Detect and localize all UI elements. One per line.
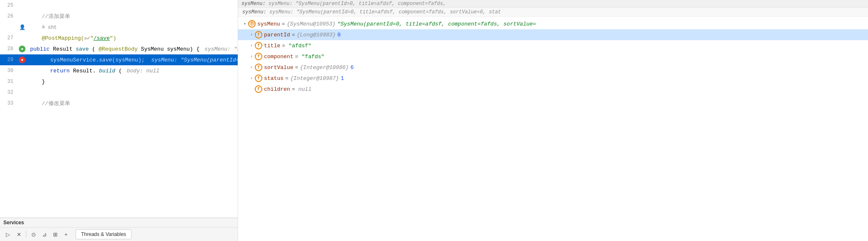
- code-line-31: 31 }: [0, 76, 238, 87]
- code-line-33: 33 //修改菜单: [0, 98, 238, 109]
- toggle-icon-parentId: ›: [248, 33, 255, 37]
- var-row-parentId[interactable]: › f parentId = {Long@10983} 0: [238, 29, 868, 40]
- layout-button[interactable]: ⊞: [51, 230, 60, 239]
- code-line-26: 26 //添加菜单: [0, 11, 238, 22]
- var-type-icon-status: f: [255, 74, 262, 82]
- hint-value-2: sysMenu: "SysMenu(parentId=0, title=afds…: [269, 9, 501, 15]
- code-area: 25 26 //添加菜单 👤 ≗ sht 27: [0, 0, 238, 218]
- hint-method-name: sysMenu:: [241, 1, 269, 7]
- resume-button[interactable]: ▷: [3, 230, 13, 239]
- var-row-status[interactable]: › f status = {Integer@10987} 1: [238, 73, 868, 84]
- var-row-sortValue[interactable]: › f sortValue = {Integer@10986} 6: [238, 62, 868, 73]
- hint-method-name-2: sysMenu:: [242, 9, 269, 15]
- var-type-icon-sysmenu: ⓟ: [248, 20, 256, 28]
- var-row-sysmenu[interactable]: ▾ ⓟ sysMenu = {SysMenu@10953} "SysMenu(p…: [238, 18, 868, 29]
- debug-panel: sysMenu: sysMenu: "SysMenu(parentId=0, t…: [238, 0, 868, 241]
- services-toolbar: ▷ ✕ ⊙ ⊿ ⊞ + Threads & Variables: [0, 228, 238, 241]
- services-panel: Services ▷ ✕ ⊙ ⊿ ⊞ + Threads & Variables: [0, 218, 238, 241]
- code-line-29: 29 ● sysMenuService.save(sysMenu); sysMe…: [0, 54, 238, 65]
- toggle-icon-component: ›: [248, 54, 255, 59]
- var-row-children[interactable]: f children = null: [238, 84, 868, 95]
- services-title: Services: [0, 218, 238, 228]
- var-type-icon-children: f: [255, 85, 262, 93]
- var-row-component[interactable]: › f component = "fafds": [238, 51, 868, 62]
- var-type-icon-parentId: f: [255, 31, 262, 38]
- code-line-28: 28 ● public Result save ( @RequestBody S…: [0, 44, 238, 54]
- hint-value-1: sysMenu: "SysMenu(parentId=0, title=afds…: [269, 1, 446, 7]
- var-type-icon-sortValue: f: [255, 64, 262, 71]
- view-button[interactable]: ⊙: [29, 230, 38, 239]
- breakpoint-green-icon: ●: [19, 46, 25, 52]
- toggle-icon-sortValue: ›: [248, 65, 255, 70]
- code-line-25: 25: [0, 0, 238, 11]
- filter-button[interactable]: ⊿: [40, 230, 49, 239]
- toggle-icon-title: ›: [248, 44, 255, 48]
- code-editor: 25 26 //添加菜单 👤 ≗ sht 27: [0, 0, 238, 241]
- breakpoint-red-icon: ●: [19, 56, 25, 63]
- toggle-icon-status: ›: [248, 76, 255, 81]
- hint-bar-1: sysMenu: sysMenu: "SysMenu(parentId=0, t…: [238, 0, 868, 8]
- hint-bar-2: sysMenu: sysMenu: "SysMenu(parentId=0, t…: [238, 8, 868, 17]
- code-line-32: 32: [0, 87, 238, 98]
- code-line-27: 27 @PostMapping(⊙✓"/save"): [0, 33, 238, 44]
- var-row-title[interactable]: › f title = "afdsf": [238, 40, 868, 51]
- toggle-icon-sysmenu: ▾: [241, 21, 248, 26]
- stop-button[interactable]: ✕: [14, 230, 23, 239]
- person-icon: 👤: [19, 24, 25, 31]
- variable-tree: ▾ ⓟ sysMenu = {SysMenu@10953} "SysMenu(p…: [238, 17, 868, 241]
- threads-variables-tab[interactable]: Threads & Variables: [76, 229, 132, 239]
- var-type-icon-component: f: [255, 53, 262, 60]
- toolbar-divider: [26, 231, 26, 238]
- code-line-30: 30 return Result. build ( body: null: [0, 65, 238, 76]
- code-line-sht: 👤 ≗ sht: [0, 22, 238, 33]
- add-button[interactable]: +: [61, 230, 71, 239]
- var-type-icon-title: f: [255, 42, 262, 49]
